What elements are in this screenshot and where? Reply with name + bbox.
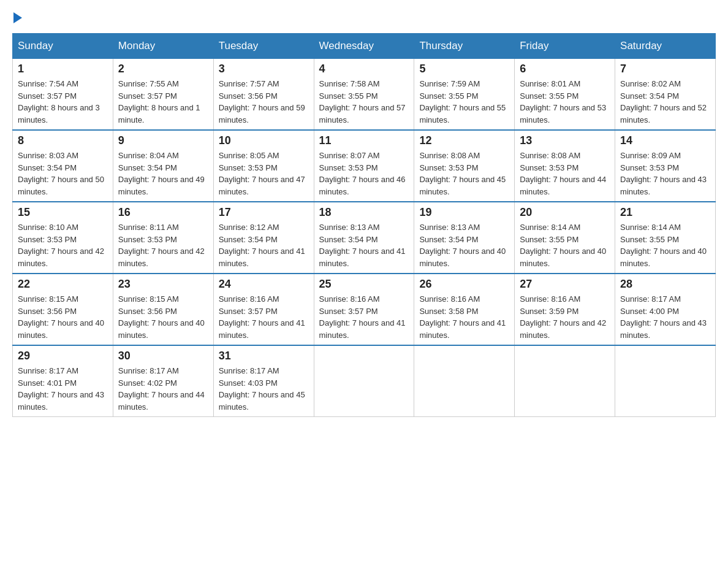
calendar-cell: 12 Sunrise: 8:08 AM Sunset: 3:53 PM Dayl… [414,130,515,202]
day-info: Sunrise: 8:09 AM Sunset: 3:53 PM Dayligh… [620,150,710,197]
day-info: Sunrise: 8:13 AM Sunset: 3:54 PM Dayligh… [319,221,409,269]
day-number: 22 [18,278,108,291]
day-info: Sunrise: 8:10 AM Sunset: 3:53 PM Dayligh… [18,221,108,269]
day-number: 17 [219,206,309,219]
calendar-week-3: 15 Sunrise: 8:10 AM Sunset: 3:53 PM Dayl… [13,202,716,274]
calendar-cell: 13 Sunrise: 8:08 AM Sunset: 3:53 PM Dayl… [515,130,615,202]
calendar-cell [615,345,716,417]
day-number: 14 [620,134,710,147]
day-number: 16 [118,206,208,219]
calendar-cell: 8 Sunrise: 8:03 AM Sunset: 3:54 PM Dayli… [13,130,113,202]
calendar-cell: 22 Sunrise: 8:15 AM Sunset: 3:56 PM Dayl… [13,274,113,345]
calendar-cell: 14 Sunrise: 8:09 AM Sunset: 3:53 PM Dayl… [615,130,716,202]
header [12,12,716,27]
day-number: 26 [419,278,509,291]
calendar-week-4: 22 Sunrise: 8:15 AM Sunset: 3:56 PM Dayl… [13,274,716,345]
calendar-cell: 27 Sunrise: 8:16 AM Sunset: 3:59 PM Dayl… [515,274,615,345]
calendar-cell: 28 Sunrise: 8:17 AM Sunset: 4:00 PM Dayl… [615,274,716,345]
day-number: 19 [419,206,509,219]
day-info: Sunrise: 7:55 AM Sunset: 3:57 PM Dayligh… [118,78,208,126]
calendar-cell: 2 Sunrise: 7:55 AM Sunset: 3:57 PM Dayli… [113,59,213,131]
calendar-header-row: SundayMondayTuesdayWednesdayThursdayFrid… [13,34,716,59]
day-number: 23 [118,278,208,291]
day-number: 29 [18,350,108,362]
calendar-cell: 4 Sunrise: 7:58 AM Sunset: 3:55 PM Dayli… [314,59,414,131]
header-saturday: Saturday [615,34,716,59]
day-info: Sunrise: 8:07 AM Sunset: 3:53 PM Dayligh… [319,150,409,197]
day-info: Sunrise: 8:15 AM Sunset: 3:56 PM Dayligh… [18,293,108,341]
day-info: Sunrise: 8:02 AM Sunset: 3:54 PM Dayligh… [620,78,710,126]
day-info: Sunrise: 8:16 AM Sunset: 3:59 PM Dayligh… [520,293,610,341]
day-info: Sunrise: 7:54 AM Sunset: 3:57 PM Dayligh… [18,78,108,126]
header-wednesday: Wednesday [314,34,414,59]
day-number: 13 [520,134,610,147]
day-info: Sunrise: 8:01 AM Sunset: 3:55 PM Dayligh… [520,78,610,126]
header-tuesday: Tuesday [213,34,314,59]
day-info: Sunrise: 8:08 AM Sunset: 3:53 PM Dayligh… [419,150,509,197]
calendar-cell: 5 Sunrise: 7:59 AM Sunset: 3:55 PM Dayli… [414,59,515,131]
day-number: 9 [118,134,208,147]
day-number: 21 [620,206,710,219]
day-info: Sunrise: 7:57 AM Sunset: 3:56 PM Dayligh… [219,78,309,126]
calendar-cell: 9 Sunrise: 8:04 AM Sunset: 3:54 PM Dayli… [113,130,213,202]
calendar-cell: 10 Sunrise: 8:05 AM Sunset: 3:53 PM Dayl… [213,130,314,202]
header-monday: Monday [113,34,213,59]
day-number: 7 [620,63,710,75]
day-info: Sunrise: 8:08 AM Sunset: 3:53 PM Dayligh… [520,150,610,197]
calendar-cell: 17 Sunrise: 8:12 AM Sunset: 3:54 PM Dayl… [213,202,314,274]
calendar-week-5: 29 Sunrise: 8:17 AM Sunset: 4:01 PM Dayl… [13,345,716,417]
calendar-cell: 31 Sunrise: 8:17 AM Sunset: 4:03 PM Dayl… [213,345,314,417]
day-number: 18 [319,206,409,219]
calendar-week-1: 1 Sunrise: 7:54 AM Sunset: 3:57 PM Dayli… [13,59,716,131]
day-number: 6 [520,63,610,75]
header-thursday: Thursday [414,34,515,59]
day-info: Sunrise: 8:13 AM Sunset: 3:54 PM Dayligh… [419,221,509,269]
calendar-cell: 25 Sunrise: 8:16 AM Sunset: 3:57 PM Dayl… [314,274,414,345]
day-number: 11 [319,134,409,147]
calendar-cell: 24 Sunrise: 8:16 AM Sunset: 3:57 PM Dayl… [213,274,314,345]
calendar-cell: 23 Sunrise: 8:15 AM Sunset: 3:56 PM Dayl… [113,274,213,345]
day-info: Sunrise: 8:12 AM Sunset: 3:54 PM Dayligh… [219,221,309,269]
day-number: 31 [219,350,309,362]
day-number: 24 [219,278,309,291]
calendar-cell: 18 Sunrise: 8:13 AM Sunset: 3:54 PM Dayl… [314,202,414,274]
day-info: Sunrise: 8:04 AM Sunset: 3:54 PM Dayligh… [118,150,208,197]
calendar-table: SundayMondayTuesdayWednesdayThursdayFrid… [12,33,716,417]
day-info: Sunrise: 8:11 AM Sunset: 3:53 PM Dayligh… [118,221,208,269]
day-info: Sunrise: 7:58 AM Sunset: 3:55 PM Dayligh… [319,78,409,126]
calendar-cell: 26 Sunrise: 8:16 AM Sunset: 3:58 PM Dayl… [414,274,515,345]
day-info: Sunrise: 8:14 AM Sunset: 3:55 PM Dayligh… [620,221,710,269]
day-number: 10 [219,134,309,147]
day-number: 4 [319,63,409,75]
day-info: Sunrise: 8:05 AM Sunset: 3:53 PM Dayligh… [219,150,309,197]
calendar-cell: 1 Sunrise: 7:54 AM Sunset: 3:57 PM Dayli… [13,59,113,131]
day-info: Sunrise: 8:16 AM Sunset: 3:57 PM Dayligh… [319,293,409,341]
calendar-cell: 30 Sunrise: 8:17 AM Sunset: 4:02 PM Dayl… [113,345,213,417]
calendar-cell: 20 Sunrise: 8:14 AM Sunset: 3:55 PM Dayl… [515,202,615,274]
logo [12,12,22,27]
day-info: Sunrise: 8:17 AM Sunset: 4:03 PM Dayligh… [219,365,309,413]
day-info: Sunrise: 8:16 AM Sunset: 3:57 PM Dayligh… [219,293,309,341]
header-friday: Friday [515,34,615,59]
calendar-cell: 6 Sunrise: 8:01 AM Sunset: 3:55 PM Dayli… [515,59,615,131]
day-number: 28 [620,278,710,291]
calendar-cell: 7 Sunrise: 8:02 AM Sunset: 3:54 PM Dayli… [615,59,716,131]
calendar-cell [314,345,414,417]
logo-triangle-icon [13,12,22,23]
day-number: 27 [520,278,610,291]
day-info: Sunrise: 8:17 AM Sunset: 4:00 PM Dayligh… [620,293,710,341]
day-number: 8 [18,134,108,147]
day-info: Sunrise: 8:03 AM Sunset: 3:54 PM Dayligh… [18,150,108,197]
calendar-cell [414,345,515,417]
day-info: Sunrise: 8:14 AM Sunset: 3:55 PM Dayligh… [520,221,610,269]
day-info: Sunrise: 8:17 AM Sunset: 4:01 PM Dayligh… [18,365,108,413]
day-info: Sunrise: 8:17 AM Sunset: 4:02 PM Dayligh… [118,365,208,413]
day-number: 15 [18,206,108,219]
day-number: 20 [520,206,610,219]
day-number: 5 [419,63,509,75]
day-info: Sunrise: 7:59 AM Sunset: 3:55 PM Dayligh… [419,78,509,126]
header-sunday: Sunday [13,34,113,59]
day-number: 3 [219,63,309,75]
calendar-cell: 3 Sunrise: 7:57 AM Sunset: 3:56 PM Dayli… [213,59,314,131]
day-number: 30 [118,350,208,362]
